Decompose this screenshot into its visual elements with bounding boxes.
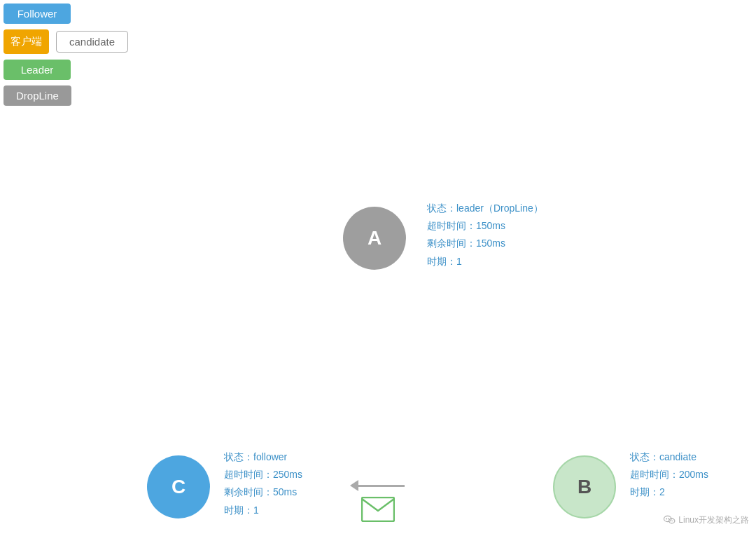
legend-row-kehu-candidate: 客户端 candidate (4, 29, 128, 54)
node-c: C (147, 455, 210, 518)
wechat-icon (663, 514, 676, 526)
info-b-status: 状态：candiate (630, 448, 708, 466)
info-c-status: 状态：follower (224, 448, 302, 466)
dropline-badge: DropLine (4, 85, 71, 106)
node-a: A (343, 207, 406, 270)
node-b: B (553, 455, 616, 518)
left-arrow (350, 480, 406, 491)
info-a-remaining: 剩余时间：150ms (427, 235, 543, 252)
info-b: 状态：candiate 超时时间：200ms 时期：2 (630, 448, 708, 502)
info-a-status: 状态：leader（DropLine） (427, 200, 543, 217)
legend-item-leader: Leader (4, 60, 128, 80)
info-c-timeout: 超时时间：250ms (224, 466, 302, 483)
info-a: 状态：leader（DropLine） 超时时间：150ms 剩余时间：150m… (427, 200, 543, 270)
follower-badge: Follower (4, 4, 71, 24)
arrow-container (350, 480, 406, 522)
legend-area: Follower 客户端 candidate Leader DropLine (4, 4, 128, 111)
candidate-badge: candidate (56, 31, 128, 53)
kehu-badge: 客户端 (4, 29, 49, 54)
info-c-period: 时期：1 (224, 502, 302, 519)
legend-item-follower: Follower (4, 4, 128, 24)
info-c: 状态：follower 超时时间：250ms 剩余时间：50ms 时期：1 (224, 448, 302, 519)
envelope-icon (361, 497, 395, 522)
svg-point-6 (672, 521, 673, 522)
info-a-period: 时期：1 (427, 253, 543, 270)
info-c-remaining: 剩余时间：50ms (224, 483, 302, 501)
legend-item-dropline: DropLine (4, 85, 128, 106)
svg-point-3 (668, 518, 670, 520)
leader-badge: Leader (4, 60, 71, 80)
svg-point-2 (666, 518, 668, 520)
svg-point-5 (671, 521, 672, 522)
info-a-timeout: 超时时间：150ms (427, 217, 543, 235)
svg-rect-0 (362, 497, 394, 521)
watermark: Linux开发架构之路 (663, 514, 749, 526)
info-b-period: 时期：2 (630, 483, 708, 501)
info-b-timeout: 超时时间：200ms (630, 466, 708, 483)
